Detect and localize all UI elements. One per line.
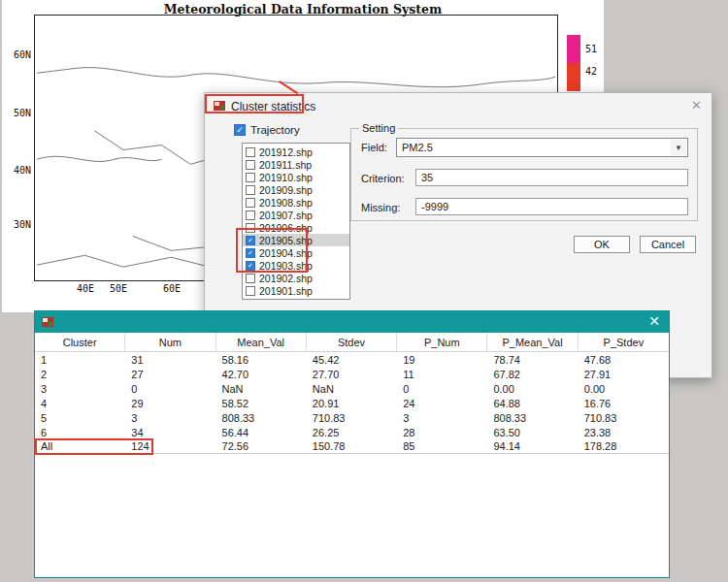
cancel-button[interactable]: Cancel [640, 236, 696, 253]
ok-button[interactable]: OK [574, 236, 630, 253]
colorbar-value: 51 [585, 44, 597, 54]
checkbox-icon[interactable] [246, 185, 255, 195]
column-header[interactable]: P_Stdev [579, 333, 669, 351]
checkbox-icon[interactable]: ✓ [234, 124, 246, 136]
criterion-label: Criterion: [361, 173, 405, 184]
trajectory-checkbox-row[interactable]: ✓ Trajectory [234, 124, 300, 136]
checkbox-icon[interactable]: ✓ [246, 261, 255, 271]
column-header[interactable]: P_Mean_Val [487, 333, 578, 351]
file-item[interactable]: 201907.shp [243, 209, 349, 221]
y-axis-tick: 50N [4, 108, 31, 118]
file-name: 201912.shp [259, 146, 313, 158]
table-row[interactable]: 42958.5220.912464.8816.76 [35, 396, 669, 410]
table-cell: 0.00 [487, 381, 578, 396]
file-name: 201901.shp [259, 285, 313, 297]
table-cell: NaN [216, 381, 307, 396]
file-item[interactable]: 201912.shp [243, 146, 349, 158]
checkbox-icon[interactable] [246, 173, 255, 182]
criterion-input[interactable] [415, 169, 688, 186]
table-row[interactable]: 30NaNNaN00.000.00 [35, 381, 669, 396]
table-row[interactable]: 63456.4426.252863.5023.38 [35, 425, 669, 439]
file-list[interactable]: 201912.shp201911.shp201910.shp201909.shp… [242, 143, 350, 300]
file-item[interactable]: 201911.shp [243, 158, 349, 171]
app-icon [213, 99, 226, 113]
file-item[interactable]: 201906.shp [243, 221, 349, 234]
table-row[interactable]: 22742.7027.701167.8227.91 [35, 367, 669, 381]
field-label: Field: [361, 142, 387, 153]
table-cell: 58.16 [216, 352, 307, 367]
table-cell: 27.70 [307, 367, 397, 381]
missing-input[interactable] [415, 198, 688, 215]
file-item[interactable]: 201910.shp [243, 171, 349, 183]
table-cell: 34 [125, 425, 215, 439]
table-cell: 20.91 [307, 396, 397, 410]
close-icon[interactable]: ✕ [691, 98, 702, 113]
column-header[interactable]: Num [125, 333, 215, 351]
checkbox-icon[interactable] [246, 198, 255, 208]
table-cell: 1 [35, 352, 125, 367]
table-cell: 0 [125, 381, 215, 396]
table-cell: 2 [35, 367, 125, 381]
table-row[interactable]: All12472.56150.788594.14178.28 [35, 439, 669, 454]
table-cell: 27 [125, 367, 215, 381]
table-header-row: ClusterNumMean_ValStdevP_NumP_Mean_ValP_… [35, 333, 669, 352]
file-item[interactable]: 201902.shp [243, 272, 349, 284]
table-cell: 124 [125, 439, 215, 453]
checkbox-icon[interactable] [246, 147, 255, 157]
table-cell: 710.83 [579, 410, 669, 425]
table-row[interactable]: 13158.1645.421978.7447.68 [35, 352, 669, 367]
table-cell: 64.88 [487, 396, 578, 410]
column-header[interactable]: Mean_Val [216, 333, 307, 351]
file-item[interactable]: 201908.shp [243, 196, 349, 209]
column-header[interactable]: P_Num [397, 333, 487, 351]
desktop: Meteorological Data Information System 6… [0, 0, 728, 582]
table-cell: 72.56 [216, 439, 307, 453]
file-item[interactable]: 201901.shp [243, 284, 349, 297]
file-item[interactable]: ✓201903.shp [243, 259, 349, 272]
file-name: 201905.shp [259, 235, 313, 246]
checkbox-icon[interactable] [246, 274, 255, 283]
file-item[interactable]: 201909.shp [243, 183, 349, 196]
file-name: 201902.shp [259, 273, 313, 284]
column-header[interactable]: Stdev [307, 333, 397, 351]
field-dropdown[interactable]: PM2.5 ▾ [396, 138, 688, 157]
file-name: 201903.shp [259, 260, 313, 272]
table-cell: 27.91 [579, 367, 669, 381]
table-cell: 58.52 [216, 396, 307, 410]
close-icon[interactable]: ✕ [648, 313, 660, 329]
file-item[interactable]: ✓201905.shp [243, 234, 349, 246]
colorbar-segment [567, 35, 580, 63]
file-name: 201908.shp [259, 197, 313, 209]
table-cell: 23.38 [579, 425, 669, 439]
table-row[interactable]: 53808.33710.833808.33710.83 [35, 410, 669, 425]
chevron-down-icon[interactable]: ▾ [671, 140, 686, 155]
table-cell: 16.76 [579, 396, 669, 410]
table-cell: 150.78 [307, 439, 397, 453]
file-name: 201904.shp [259, 247, 313, 259]
file-name: 201907.shp [259, 210, 313, 221]
checkbox-icon[interactable]: ✓ [246, 248, 255, 258]
checkbox-icon[interactable] [246, 223, 255, 233]
table-cell: 28 [397, 425, 487, 439]
file-name: 201909.shp [259, 184, 313, 196]
checkbox-icon[interactable] [246, 160, 255, 170]
table-cell: 808.33 [216, 410, 307, 425]
setting-group-label: Setting [359, 122, 398, 134]
checkbox-icon[interactable]: ✓ [246, 236, 255, 245]
column-header[interactable]: Cluster [35, 333, 125, 351]
table-cell: 178.28 [579, 439, 669, 453]
table-cell: 67.82 [487, 367, 578, 381]
table-cell: 63.50 [487, 425, 578, 439]
y-axis-tick: 60N [4, 49, 31, 60]
x-axis-tick: 50E [106, 283, 131, 294]
table-cell: 808.33 [487, 410, 578, 425]
checkbox-icon[interactable] [246, 210, 255, 220]
file-item[interactable]: ✓201904.shp [243, 246, 349, 259]
table-cell: All [35, 439, 125, 453]
table-cell: 3 [35, 381, 125, 396]
table-cell: 3 [125, 410, 215, 425]
trajectory-label: Trajectory [250, 124, 300, 136]
table-cell: 42.70 [216, 367, 307, 381]
table-titlebar[interactable]: ✕ [35, 311, 669, 333]
checkbox-icon[interactable] [246, 286, 255, 296]
